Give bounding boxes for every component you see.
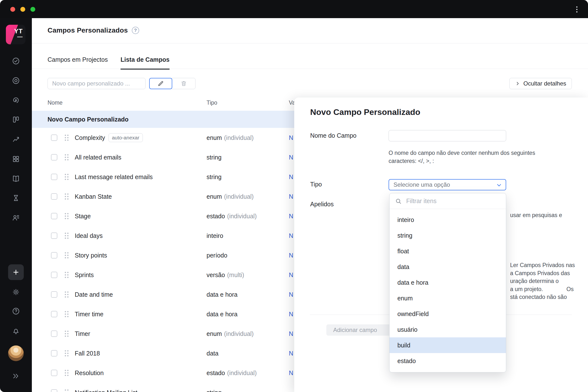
drag-handle-icon[interactable] <box>64 350 69 357</box>
minimize-window-button[interactable] <box>20 7 25 12</box>
row-checkbox[interactable] <box>51 174 57 180</box>
field-name: Resolution <box>75 363 104 383</box>
row-checkbox[interactable] <box>51 370 57 376</box>
field-type: data <box>206 344 218 363</box>
field-default-value[interactable]: N <box>289 206 293 226</box>
field-name-input[interactable] <box>388 130 506 141</box>
drag-handle-icon[interactable] <box>64 154 69 161</box>
create-button[interactable] <box>8 264 24 280</box>
field-default-value[interactable]: N <box>289 187 293 206</box>
drag-handle-icon[interactable] <box>64 271 69 278</box>
window-titlebar <box>0 0 588 18</box>
field-type: string <box>206 383 222 392</box>
dropdown-option[interactable]: inteiro <box>390 212 506 228</box>
row-checkbox[interactable] <box>51 311 57 317</box>
drag-handle-icon[interactable] <box>64 134 69 141</box>
dropdown-option[interactable]: data e hora <box>390 275 506 290</box>
sidebar-item-help[interactable] <box>0 307 32 315</box>
field-default-value[interactable]: N <box>289 344 293 363</box>
dropdown-option[interactable]: build <box>390 337 506 353</box>
column-header-nome: Nome <box>48 100 62 106</box>
sidebar-item-timesheets[interactable] <box>0 194 32 202</box>
field-default-value[interactable]: N <box>289 167 293 187</box>
sidebar-item-users[interactable] <box>0 214 32 222</box>
sidebar-item-settings[interactable] <box>0 288 32 296</box>
sidebar-collapse-button[interactable] <box>0 372 32 380</box>
column-header-tipo: Tipo <box>206 100 217 106</box>
row-checkbox[interactable] <box>51 134 57 141</box>
dropdown-filter-input[interactable] <box>406 198 500 204</box>
drag-handle-icon[interactable] <box>64 369 69 376</box>
row-checkbox[interactable] <box>51 232 57 239</box>
line-chart-icon <box>12 135 20 143</box>
page-help-icon[interactable]: ? <box>132 27 139 34</box>
user-avatar[interactable] <box>8 346 24 361</box>
dropdown-option[interactable]: ownedField <box>390 306 506 322</box>
field-default-value[interactable]: N <box>289 128 293 148</box>
close-window-button[interactable] <box>10 7 15 12</box>
drag-handle-icon[interactable] <box>64 173 69 180</box>
row-checkbox[interactable] <box>51 389 57 392</box>
drag-handle-icon[interactable] <box>64 330 69 337</box>
row-checkbox[interactable] <box>51 350 57 356</box>
kebab-menu-icon[interactable] <box>573 6 581 13</box>
field-default-value[interactable]: N <box>289 285 293 304</box>
drag-handle-icon[interactable] <box>64 252 69 259</box>
sidebar-item-reports[interactable] <box>0 135 32 143</box>
type-select[interactable]: Selecione uma opção <box>388 179 506 190</box>
field-default-value[interactable]: N <box>289 148 293 167</box>
field-default-value[interactable]: N <box>289 265 293 285</box>
chevron-down-icon <box>496 182 502 188</box>
maximize-window-button[interactable] <box>30 7 35 12</box>
drag-handle-icon[interactable] <box>64 193 69 200</box>
sidebar-item-dashboards[interactable] <box>0 76 32 85</box>
field-default-value[interactable]: N <box>289 363 293 383</box>
sidebar-item-knowledge-base[interactable] <box>0 174 32 183</box>
drag-handle-icon[interactable] <box>64 389 69 392</box>
sidebar-item-apps[interactable] <box>0 155 32 163</box>
name-field-label: Nome do Campo <box>310 132 356 139</box>
dropdown-option[interactable]: float <box>390 243 506 259</box>
row-checkbox[interactable] <box>51 193 57 200</box>
field-name: Last message related emails <box>75 167 153 187</box>
field-name: Kanban State <box>75 187 112 206</box>
new-field-filter-input[interactable] <box>48 78 146 89</box>
tab-campos-em-projectos[interactable]: Campos em Projectos <box>48 56 108 70</box>
dropdown-option[interactable]: usuário <box>390 322 506 337</box>
delete-field-button[interactable] <box>172 78 196 89</box>
field-default-value[interactable]: N <box>289 324 293 344</box>
row-checkbox[interactable] <box>51 154 57 160</box>
type-dropdown: inteirostringfloatdatadata e horaenumown… <box>389 193 506 372</box>
sidebar-item-notifications[interactable] <box>0 326 32 335</box>
dropdown-option[interactable]: string <box>390 228 506 243</box>
field-default-value[interactable]: N <box>289 226 293 246</box>
name-help-text: O nome do campo não deve conter nenhum d… <box>388 149 550 165</box>
field-default-value[interactable]: N <box>289 246 293 265</box>
sidebar-item-issues[interactable] <box>0 57 32 65</box>
dropdown-option[interactable]: data <box>390 259 506 275</box>
dropdown-option[interactable]: enum <box>390 290 506 306</box>
type-select-value: Selecione uma opção <box>394 181 450 188</box>
sidebar-item-helpdesk[interactable] <box>0 96 32 104</box>
drag-handle-icon[interactable] <box>64 310 69 318</box>
drag-handle-icon[interactable] <box>64 232 69 239</box>
row-checkbox[interactable] <box>51 252 57 258</box>
row-checkbox[interactable] <box>51 330 57 337</box>
app-window: YT <box>0 0 588 392</box>
field-name: All related emails <box>75 148 121 167</box>
row-checkbox[interactable] <box>51 272 57 278</box>
hide-details-button[interactable]: Ocultar detalhes <box>509 78 572 89</box>
row-checkbox[interactable] <box>51 213 57 219</box>
youtrack-logo[interactable]: YT <box>6 25 26 44</box>
dropdown-option[interactable]: estado <box>390 353 506 369</box>
sidebar-item-boards[interactable] <box>0 116 32 124</box>
tab-lista-de-campos[interactable]: Lista de Campos <box>120 56 170 70</box>
field-default-value[interactable]: N <box>289 304 293 324</box>
edit-field-button[interactable] <box>149 78 172 89</box>
panel-title: Novo Campo Personalizado <box>310 107 420 117</box>
trash-icon <box>180 80 187 87</box>
drag-handle-icon[interactable] <box>64 212 69 220</box>
drag-handle-icon[interactable] <box>64 291 69 298</box>
row-checkbox[interactable] <box>51 291 57 298</box>
bell-icon <box>12 326 20 335</box>
